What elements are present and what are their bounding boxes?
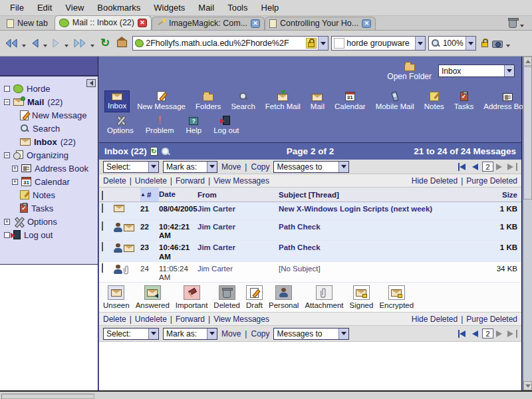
hide-deleted-link[interactable]: Hide Deleted (412, 176, 458, 186)
nav-calendar[interactable]: Calendar (332, 90, 368, 112)
tree-expand-icon[interactable] (12, 166, 18, 172)
message-subject-link[interactable]: New X-Windows Login Scripts (next week) (279, 202, 487, 213)
message-subject-link[interactable]: Path Check (279, 220, 487, 231)
row-checkbox[interactable] (102, 221, 103, 231)
security-lock-icon[interactable] (481, 42, 488, 47)
chevron-down-icon[interactable] (506, 45, 510, 47)
select-dropdown-button[interactable] (207, 329, 217, 339)
select-dropdown-button[interactable] (207, 162, 217, 172)
forward-link[interactable]: Forward (176, 176, 205, 186)
search-input[interactable] (346, 37, 415, 49)
folder-select[interactable]: Inbox (438, 65, 515, 77)
tab-controlling[interactable]: Controlling Your Ho... (265, 17, 376, 30)
nav-fetch-mail[interactable]: Fetch Mail (263, 92, 303, 112)
row-checkbox[interactable] (102, 263, 103, 273)
message-subject-link[interactable]: [No Subject] (279, 262, 487, 273)
tree-collapse-icon[interactable] (4, 99, 10, 105)
nav-mail[interactable]: Mail (308, 92, 327, 112)
last-page-button[interactable] (507, 330, 517, 338)
sidebar-item-inbox[interactable]: Inbox (22) (0, 135, 98, 148)
tab-imagemagick[interactable]: ImageMagick: Com... (152, 17, 265, 30)
move-link[interactable]: Move (221, 329, 241, 338)
new-tab-button[interactable]: New tab (3, 17, 55, 30)
sidebar-item-options[interactable]: Options (0, 215, 98, 228)
sidebar-item-logout[interactable]: Log out (0, 228, 98, 241)
tree-expand-icon[interactable] (4, 219, 10, 225)
undelete-link[interactable]: Undelete (135, 176, 167, 186)
view-messages-link[interactable]: View Messages (213, 315, 269, 324)
mark-as-dropdown[interactable]: Mark as: (163, 328, 217, 340)
forward-button[interactable] (51, 38, 61, 49)
select-dropdown-button[interactable] (338, 162, 348, 172)
column-date[interactable]: Date (159, 190, 198, 199)
sidebar-item-address-book[interactable]: Address Book (0, 162, 98, 175)
select-dropdown-button[interactable] (338, 329, 348, 339)
menu-view[interactable]: View (59, 1, 90, 15)
vertical-scrollbar[interactable] (523, 57, 532, 390)
tree-expand-icon[interactable] (12, 179, 18, 185)
address-bar[interactable] (132, 36, 329, 51)
menu-widgets[interactable]: Widgets (148, 1, 191, 15)
messages-to-dropdown[interactable]: Messages to (273, 161, 349, 173)
copy-link[interactable]: Copy (251, 162, 269, 172)
select-dropdown[interactable]: Select: (103, 161, 159, 173)
column-subject[interactable]: Subject [Thread] (279, 191, 487, 199)
back-history-button[interactable] (4, 38, 19, 49)
chevron-down-icon[interactable] (22, 45, 26, 47)
forward-link[interactable]: Forward (176, 315, 205, 324)
nav-logout[interactable]: Log out (211, 114, 241, 136)
purge-deleted-link[interactable]: Purge Deleted (466, 176, 517, 186)
row-checkbox[interactable] (102, 203, 103, 213)
menu-file[interactable]: File (4, 1, 30, 15)
view-messages-link[interactable]: View Messages (213, 176, 269, 186)
undelete-link[interactable]: Undelete (135, 315, 167, 324)
closed-tabs-trash-icon[interactable] (509, 19, 517, 28)
select-all-checkbox[interactable] (102, 191, 103, 200)
sidebar-item-new-message[interactable]: New Message (0, 108, 98, 122)
delete-link[interactable]: Delete (103, 176, 126, 186)
address-input[interactable] (146, 37, 306, 49)
nav-folders[interactable]: Folders (193, 89, 223, 112)
select-dropdown[interactable]: Select: (103, 328, 159, 340)
nav-options[interactable]: Options (104, 113, 136, 136)
sidebar-item-search[interactable]: Search (0, 122, 98, 135)
sidebar-item-tasks[interactable]: Tasks (0, 201, 98, 215)
refresh-icon[interactable] (150, 147, 158, 156)
screenshot-icon[interactable] (492, 41, 503, 48)
search-dropdown-button[interactable] (415, 37, 425, 50)
menu-tools[interactable]: Tools (221, 1, 253, 15)
purge-deleted-link[interactable]: Purge Deleted (466, 315, 517, 324)
sidebar-item-calendar[interactable]: Calendar (0, 175, 98, 188)
mark-as-dropdown[interactable]: Mark as: (163, 161, 217, 173)
nav-mobile-mail[interactable]: Mobile Mail (373, 90, 417, 112)
tab-close-icon[interactable] (362, 19, 371, 28)
tab-mail-inbox[interactable]: Mail :: Inbox (22) (55, 15, 152, 30)
nav-help[interactable]: Help (183, 115, 204, 136)
sidebar-item-notes[interactable]: Notes (0, 188, 98, 201)
next-page-button[interactable] (495, 163, 505, 171)
column-number[interactable]: ▲ # (140, 188, 159, 201)
home-icon[interactable] (117, 40, 127, 47)
first-page-button[interactable] (458, 330, 468, 338)
zoom-dropdown-button[interactable] (466, 37, 475, 50)
nav-notes[interactable]: Notes (422, 90, 447, 112)
chevron-down-icon[interactable] (65, 45, 68, 47)
scroll-down-button[interactable] (523, 381, 532, 390)
tree-node-icon[interactable] (4, 86, 10, 92)
page-number-input[interactable] (482, 162, 493, 172)
first-page-button[interactable] (458, 163, 468, 171)
sidebar-collapse-handle[interactable] (86, 79, 96, 87)
nav-inbox[interactable]: Inbox (104, 90, 130, 112)
sidebar-item-horde[interactable]: Horde (0, 82, 98, 95)
reload-icon[interactable] (100, 38, 110, 49)
forward-history-button[interactable] (72, 38, 87, 49)
tree-collapse-icon[interactable] (4, 152, 10, 158)
row-checkbox[interactable] (102, 242, 103, 251)
select-dropdown-button[interactable] (148, 162, 158, 172)
select-dropdown-button[interactable] (148, 329, 158, 339)
sidebar-item-organizing[interactable]: Organizing (0, 148, 98, 162)
next-page-button[interactable] (495, 330, 505, 338)
search-bar[interactable] (331, 36, 426, 51)
menu-edit[interactable]: Edit (31, 1, 58, 15)
select-dropdown-button[interactable] (504, 65, 514, 76)
